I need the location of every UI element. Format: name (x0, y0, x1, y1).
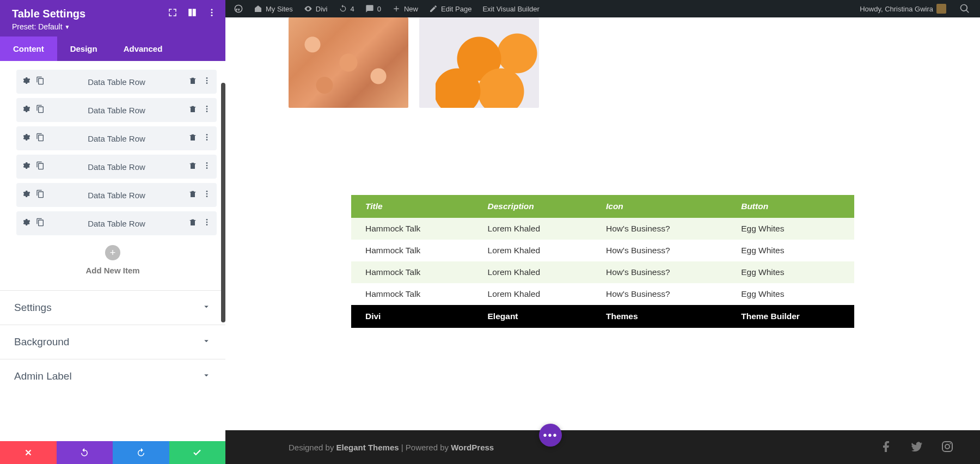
accordion-admin-label[interactable]: Admin Label (0, 359, 225, 393)
save-button[interactable] (169, 441, 226, 464)
table-cell: Egg Whites (727, 261, 854, 283)
trash-icon[interactable] (188, 161, 197, 172)
chevron-down-icon (201, 370, 211, 382)
avatar (936, 4, 946, 14)
copy-icon[interactable] (36, 133, 45, 144)
undo-button[interactable] (57, 441, 113, 464)
panel-tabs: Content Design Advanced (0, 36, 225, 61)
accordion-settings[interactable]: Settings (0, 290, 225, 325)
updates-count: 4 (351, 5, 354, 13)
gear-icon[interactable] (22, 190, 30, 200)
table-row-item[interactable]: Data Table Row (16, 155, 217, 179)
column-header: Icon (592, 195, 727, 218)
table-row-item[interactable]: Data Table Row (16, 211, 217, 235)
add-item-button[interactable]: + (105, 245, 120, 260)
table-cell: Lorem Khaled (474, 261, 592, 283)
table-cell: How's Business? (592, 261, 727, 283)
copy-icon[interactable] (36, 190, 45, 200)
expand-icon[interactable] (168, 8, 177, 20)
exit-builder-label: Exit Visual Builder (482, 5, 540, 13)
my-sites-label: My Sites (266, 5, 293, 13)
trash-icon[interactable] (188, 105, 197, 115)
trash-icon[interactable] (188, 76, 197, 87)
tab-advanced[interactable]: Advanced (111, 36, 176, 61)
comments-link[interactable]: 0 (361, 0, 385, 17)
site-label: Divi (316, 5, 328, 13)
new-link[interactable]: New (388, 0, 422, 17)
trash-icon[interactable] (188, 218, 197, 229)
tab-content[interactable]: Content (0, 36, 57, 61)
page-footer: Designed by Elegant Themes | Powered by … (225, 430, 980, 464)
gear-icon[interactable] (22, 133, 30, 144)
table-cell: Egg Whites (727, 218, 854, 240)
builder-fab[interactable]: ••• (539, 424, 562, 447)
instagram-icon[interactable] (941, 440, 954, 455)
gear-icon[interactable] (22, 218, 30, 229)
accordion-label: Admin Label (14, 370, 72, 382)
wp-logo[interactable] (230, 0, 247, 17)
accordion-label: Settings (14, 302, 52, 314)
more-icon[interactable] (203, 133, 211, 144)
accordion-background[interactable]: Background (0, 325, 225, 359)
table-row-item[interactable]: Data Table Row (16, 98, 217, 122)
layout-icon[interactable] (187, 8, 197, 20)
table-row: Hammock TalkLorem KhaledHow's Business?E… (351, 261, 854, 283)
theme-link[interactable]: Elegant Themes (336, 443, 399, 452)
copy-icon[interactable] (36, 218, 45, 229)
platform-link[interactable]: WordPress (451, 443, 494, 452)
settings-panel: Table Settings Preset: Default▼ Content … (0, 0, 225, 464)
trash-icon[interactable] (188, 190, 197, 200)
site-link[interactable]: Divi (299, 0, 332, 17)
copy-icon[interactable] (36, 105, 45, 115)
copy-icon[interactable] (36, 76, 45, 87)
preset-dropdown[interactable]: Preset: Default▼ (12, 22, 213, 31)
comments-count: 0 (377, 5, 381, 13)
cancel-button[interactable] (0, 441, 57, 464)
panel-more-icon[interactable] (207, 8, 217, 20)
howdy-label: Howdy, Christina Gwira (860, 5, 933, 13)
updates-link[interactable]: 4 (334, 0, 359, 17)
scrollbar-thumb[interactable] (221, 83, 225, 322)
gear-icon[interactable] (22, 105, 30, 115)
table-cell: Egg Whites (727, 240, 854, 261)
table-cell: How's Business? (592, 283, 727, 305)
exit-builder-link[interactable]: Exit Visual Builder (478, 0, 544, 17)
row-label: Data Table Row (45, 134, 188, 143)
table-cell: Hammock Talk (351, 240, 474, 261)
more-icon[interactable] (203, 190, 211, 200)
more-icon[interactable] (203, 218, 211, 229)
gear-icon[interactable] (22, 76, 30, 87)
image-peaches[interactable] (289, 17, 408, 108)
table-footer-cell: Theme Builder (727, 305, 854, 328)
table-cell: Hammock Talk (351, 261, 474, 283)
image-oranges[interactable] (419, 17, 539, 108)
data-table: TitleDescriptionIconButton Hammock TalkL… (351, 195, 854, 328)
tab-design[interactable]: Design (57, 36, 111, 61)
facebook-icon[interactable] (880, 440, 893, 455)
howdy-link[interactable]: Howdy, Christina Gwira (855, 0, 951, 17)
more-icon[interactable] (203, 105, 211, 115)
row-label: Data Table Row (45, 191, 188, 200)
table-row-item[interactable]: Data Table Row (16, 126, 217, 150)
redo-button[interactable] (113, 441, 169, 464)
gear-icon[interactable] (22, 161, 30, 172)
more-icon[interactable] (203, 76, 211, 87)
trash-icon[interactable] (188, 133, 197, 144)
twitter-icon[interactable] (910, 440, 923, 455)
table-cell: Lorem Khaled (474, 218, 592, 240)
wp-admin-bar: My Sites Divi 4 0 New Edit Page Exit Vis… (225, 0, 980, 17)
table-row-item[interactable]: Data Table Row (16, 183, 217, 207)
table-cell: Lorem Khaled (474, 283, 592, 305)
add-item-label: Add New Item (0, 266, 225, 275)
search-icon[interactable] (955, 0, 975, 17)
panel-footer (0, 441, 225, 464)
more-icon[interactable] (203, 161, 211, 172)
copy-icon[interactable] (36, 161, 45, 172)
table-row-item[interactable]: Data Table Row (16, 70, 217, 94)
table-cell: Hammock Talk (351, 218, 474, 240)
edit-page-link[interactable]: Edit Page (425, 0, 476, 17)
column-header: Title (351, 195, 474, 218)
my-sites-link[interactable]: My Sites (249, 0, 297, 17)
panel-header: Table Settings Preset: Default▼ (0, 0, 225, 36)
table-row: Hammock TalkLorem KhaledHow's Business?E… (351, 240, 854, 261)
